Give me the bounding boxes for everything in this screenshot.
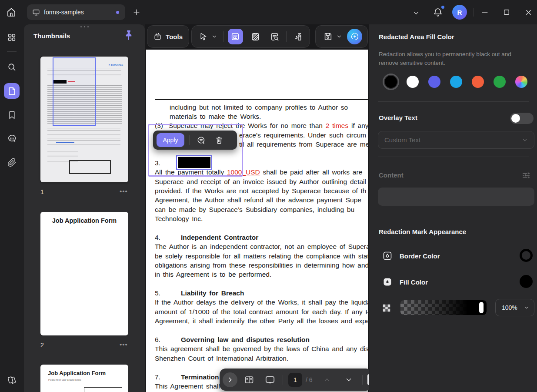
tools-button[interactable]: Tools bbox=[147, 25, 189, 48]
minimize-button[interactable] bbox=[479, 8, 491, 17]
app-window: forms-samples R bbox=[0, 0, 537, 392]
presentation-mode-button[interactable] bbox=[263, 372, 277, 387]
titlebar-divider bbox=[474, 8, 474, 17]
thumb2-title: Job Application Form bbox=[40, 217, 128, 224]
redaction-properties-panel: Redacted Area Fill Color Redaction allow… bbox=[369, 24, 537, 392]
add-note-button[interactable] bbox=[193, 133, 208, 147]
thumb1-number: 1 bbox=[40, 188, 44, 195]
avatar-initial: R bbox=[457, 9, 462, 16]
sanitize-tool[interactable] bbox=[291, 29, 305, 44]
doc-text: obligations arising from these responsib… bbox=[155, 261, 369, 269]
home-button[interactable] bbox=[4, 5, 18, 19]
thumb2-more-menu-icon[interactable]: ••• bbox=[120, 341, 128, 348]
close-button[interactable] bbox=[522, 6, 534, 18]
cursor-dropdown-chevron[interactable] bbox=[210, 29, 219, 44]
doc-text: This Agreement shall bbox=[155, 382, 220, 390]
fill-color-picker[interactable] bbox=[520, 275, 533, 288]
opacity-value-dropdown[interactable]: 100% bbox=[495, 299, 534, 316]
fill-color-swatch-custom[interactable] bbox=[515, 76, 527, 88]
border-color-icon bbox=[382, 251, 393, 261]
doc-heading: Governing law and disputes resolution bbox=[181, 335, 310, 344]
pin-icon[interactable] bbox=[122, 29, 135, 42]
panel-drag-handle[interactable] bbox=[80, 26, 89, 27]
thumb1-viewport-rect[interactable] bbox=[53, 57, 96, 126]
avatar[interactable]: R bbox=[452, 5, 467, 20]
apps-grid-icon[interactable] bbox=[4, 30, 20, 45]
thumb2-number: 2 bbox=[40, 342, 44, 348]
comments-icon[interactable] bbox=[4, 131, 20, 146]
thumb1-link-text bbox=[56, 142, 74, 143]
search-and-redact-tool[interactable] bbox=[267, 29, 282, 44]
fill-color-swatch-green[interactable] bbox=[494, 76, 506, 88]
delete-button[interactable] bbox=[212, 133, 227, 147]
doc-list-num: 5. bbox=[155, 289, 160, 297]
document-viewport[interactable]: including but not limited to company pro… bbox=[145, 24, 369, 392]
rail-divider bbox=[7, 51, 17, 52]
thumb3-subtitle: Please fill in your details below. bbox=[48, 379, 81, 381]
doc-text: shall be paid after all works are bbox=[260, 168, 362, 176]
custom-text-dropdown[interactable]: Custom Text bbox=[378, 131, 534, 149]
page-thumbnail-2[interactable]: Job Application Form bbox=[40, 212, 128, 335]
thumb3-field-box bbox=[84, 387, 122, 392]
search-icon[interactable] bbox=[4, 59, 20, 75]
text-adjust-icon[interactable] bbox=[521, 171, 531, 180]
thumb1-logo: ✕ SUPERACE bbox=[109, 64, 123, 66]
overlay-text-toggle[interactable] bbox=[510, 113, 534, 124]
border-color-picker[interactable] bbox=[520, 249, 533, 262]
ai-assistant-button[interactable] bbox=[347, 29, 362, 44]
swatches-icon[interactable] bbox=[4, 372, 20, 388]
collapse-toolbar-chevron[interactable] bbox=[410, 9, 422, 17]
bookmarks-icon[interactable] bbox=[4, 107, 20, 123]
save-dropdown-chevron[interactable] bbox=[335, 29, 343, 44]
reading-mode-button[interactable] bbox=[242, 372, 257, 387]
page-total: / 6 bbox=[306, 376, 313, 383]
redact-pages-tool[interactable] bbox=[248, 29, 263, 44]
fill-color-swatch-orange[interactable] bbox=[472, 76, 484, 88]
page-navigation-bar: 1 / 6 bbox=[220, 369, 372, 391]
overlay-text-label: Overlay Text bbox=[379, 114, 417, 121]
unsaved-dot bbox=[116, 11, 119, 14]
page-thumbnail-3[interactable]: Job Application Form Please fill in your… bbox=[40, 365, 128, 392]
doc-text: Agreement, it shall indemnify the other … bbox=[155, 317, 369, 325]
save-button[interactable] bbox=[321, 29, 335, 44]
chevron-down-icon bbox=[524, 305, 530, 311]
redaction-mark[interactable] bbox=[178, 157, 210, 168]
apply-button[interactable]: Apply bbox=[157, 133, 184, 147]
page-number-input[interactable]: 1 bbox=[288, 373, 302, 387]
content-input[interactable] bbox=[378, 188, 534, 206]
attachments-icon[interactable] bbox=[4, 154, 20, 170]
thumbnails-panel: Thumbnails ✕ SUPERACE 1 ••• Job Applicat… bbox=[24, 24, 145, 392]
maximize-button[interactable] bbox=[500, 6, 513, 18]
fill-color-swatch-blue[interactable] bbox=[450, 76, 462, 88]
opacity-slider-handle[interactable] bbox=[479, 302, 484, 313]
doc-text: be solely responsible for all matters re… bbox=[155, 252, 369, 260]
doc-text: if any W bbox=[348, 122, 369, 129]
doc-text: materials to make the Works. bbox=[170, 113, 261, 120]
opacity-slider[interactable] bbox=[400, 300, 487, 315]
fill-color-swatch-black[interactable] bbox=[385, 76, 397, 88]
doc-text-red: 2 times bbox=[326, 122, 348, 129]
fill-color-swatch-purple[interactable] bbox=[428, 76, 440, 88]
doc-text: provided. If the Works are not accepted … bbox=[155, 187, 366, 194]
expand-bar-button[interactable] bbox=[223, 372, 237, 387]
mark-redaction-area-tool[interactable] bbox=[228, 29, 243, 44]
next-page-button[interactable] bbox=[341, 372, 356, 387]
fill-color-label: Fill Color bbox=[400, 278, 428, 286]
select-cursor-tool[interactable] bbox=[196, 29, 210, 44]
panel-section-title: Redacted Area Fill Color bbox=[379, 33, 454, 40]
doc-text: including but not limited to company pro… bbox=[170, 104, 348, 111]
notifications-button[interactable] bbox=[432, 7, 444, 19]
page-thumbnail-1[interactable]: ✕ SUPERACE bbox=[40, 57, 128, 182]
border-color-label: Border Color bbox=[400, 252, 440, 260]
fill-color-swatch-white[interactable] bbox=[407, 76, 419, 88]
new-tab-button[interactable] bbox=[131, 7, 142, 17]
doc-heading: Independent Contractor bbox=[181, 233, 258, 242]
monitor-icon bbox=[32, 8, 40, 16]
document-tab[interactable]: forms-samples bbox=[27, 4, 125, 20]
previous-page-button[interactable] bbox=[320, 372, 334, 387]
doc-text: If the Author delays the delivery of the… bbox=[155, 298, 369, 306]
doc-text: This agreement shall be governed by the … bbox=[155, 345, 369, 352]
thumbnails-panel-icon[interactable] bbox=[4, 83, 20, 99]
thumb1-more-menu-icon[interactable]: ••• bbox=[120, 188, 128, 195]
doc-text: Shenzhen Court of International Arbitrat… bbox=[155, 355, 288, 362]
